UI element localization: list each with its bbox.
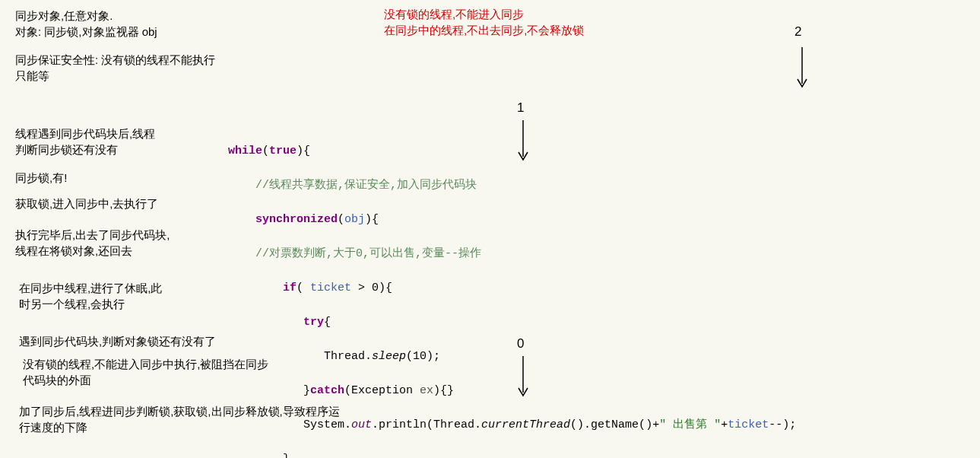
note-encounter-check: 遇到同步代码块,判断对象锁还有没有了 [19,333,216,349]
arrow-down-icon [794,47,810,89]
warning-line: 没有锁的线程,不能进入同步 [384,6,584,22]
note-line: 同步对象,任意对象. [15,8,157,24]
note-line: 同步锁,有! [15,170,67,186]
code-line: Thread.sleep(10); [228,348,796,366]
code-snippet: while(true){ //线程共享数据,保证安全,加入同步代码块 synch… [228,126,796,458]
warning-line: 在同步中的线程,不出去同步,不会释放锁 [384,22,584,38]
arrow-down-icon [515,356,531,398]
code-line: } [228,451,796,459]
code-line: System.out.println(Thread.currentThread(… [228,417,796,434]
code-line: while(true){ [228,143,796,161]
note-line: 遇到同步代码块,判断对象锁还有没有了 [19,333,216,349]
code-comment: //对票数判断,大于0,可以出售,变量--操作 [228,246,796,263]
note-encounter-sync: 线程遇到同步代码块后,线程 判断同步锁还有没有 [15,126,155,157]
code-line: if( ticket > 0){ [228,280,796,297]
arrow-down-icon [515,120,531,162]
label-thread-2: 2 [794,23,801,41]
note-has-lock: 同步锁,有! [15,170,67,186]
note-line: 判断同步锁还有没有 [15,142,155,157]
code-line: try{ [228,314,796,332]
note-safety: 同步保证安全性: 没有锁的线程不能执行 只能等 [15,52,215,84]
note-line: 执行完毕后,出去了同步代码块, [15,227,170,243]
note-line: 只能等 [15,68,215,84]
note-line: 同步保证安全性: 没有锁的线程不能执行 [15,52,215,68]
note-line: 线程在将锁对象,还回去 [15,243,170,259]
note-sync-object: 同步对象,任意对象. 对象: 同步锁,对象监视器 obj [15,8,157,40]
note-line: 对象: 同步锁,对象监视器 obj [15,24,157,40]
code-line: synchronized(obj){ [228,212,796,229]
note-line: 获取锁,进入同步中,去执行了 [15,196,158,212]
code-comment: //线程共享数据,保证安全,加入同步代码块 [228,177,796,195]
note-acquire-lock: 获取锁,进入同步中,去执行了 [15,196,158,212]
label-thread-1: 1 [517,99,524,117]
note-line: 时另一个线程,会执行 [19,296,162,312]
code-line: }catch(Exception ex){} [228,383,796,400]
note-line: 在同步中线程,进行了休眠,此 [19,280,162,296]
note-sleep-other: 在同步中线程,进行了休眠,此 时另一个线程,会执行 [19,280,162,312]
label-thread-0: 0 [517,335,524,353]
note-after-exec: 执行完毕后,出去了同步代码块, 线程在将锁对象,还回去 [15,227,170,259]
warning-red-text: 没有锁的线程,不能进入同步 在同步中的线程,不出去同步,不会释放锁 [384,6,584,38]
note-line: 线程遇到同步代码块后,线程 [15,126,155,142]
